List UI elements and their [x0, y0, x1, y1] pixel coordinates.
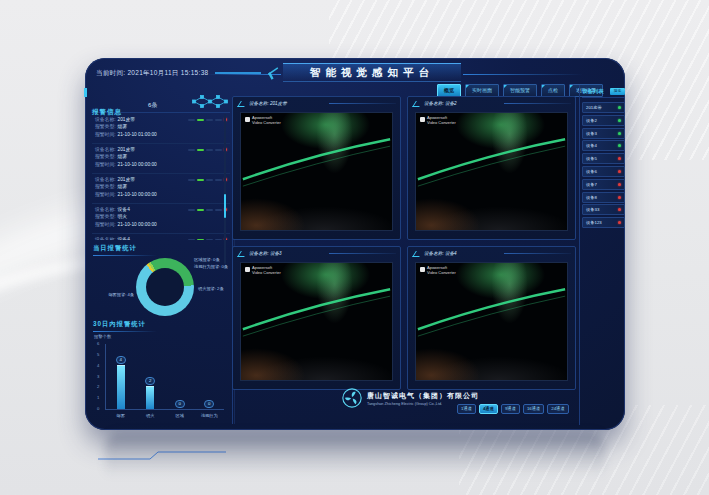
alarm-level-indicator: [188, 238, 227, 240]
device-list-item-设备33[interactable]: 设备33: [582, 204, 625, 215]
watermark-line2: Video Converter: [427, 121, 456, 126]
video-panel-设备2[interactable]: 设备名称: 设备2 Apowersoft Video Converter: [407, 96, 576, 240]
alarm-field-value: 设备4: [118, 207, 130, 212]
alarm-field-value: 21-10-10 00:00:00: [118, 162, 157, 167]
device-list-item-设备6[interactable]: 设备6: [582, 166, 625, 177]
channel-button-1通道[interactable]: 1通道: [457, 404, 476, 414]
video-panel-title: 设备名称: 设备2: [408, 97, 575, 110]
alarm-item[interactable]: 设备名称:设备4报警类型:明火报警时间:21-10-10 00:00:00: [92, 234, 230, 240]
alarm-item[interactable]: 设备名称:201皮带报警类型:烟雾报警时间:21-10-10 00:00:00: [92, 174, 230, 204]
level-segment: [197, 239, 204, 241]
channel-button-16通道[interactable]: 16通道: [523, 404, 544, 414]
device-list-header: 设备列表 搜索: [582, 85, 625, 98]
level-segment: [188, 149, 195, 151]
video-panel-201皮带[interactable]: 设备名称: 201皮带 Apowersoft Video Converter: [232, 96, 401, 240]
level-segment: [197, 179, 204, 181]
bar-category-label: 明火: [146, 413, 154, 418]
company-logo-icon: [341, 387, 363, 409]
device-list-item-设备8[interactable]: 设备8: [582, 192, 625, 203]
level-segment: [206, 119, 213, 121]
device-list-item-201皮带[interactable]: 201皮带: [582, 102, 625, 113]
alarm-level-indicator: [188, 118, 227, 121]
bar-value-bubble: 2: [145, 377, 155, 385]
header-line-accent: [215, 72, 261, 74]
device-status-dot: [618, 221, 621, 224]
device-status-dot: [618, 106, 621, 109]
watermark-line2: Video Converter: [252, 271, 281, 276]
alarm-type-line: 报警类型:烟雾: [95, 183, 228, 190]
alarm-type-line: 报警类型:烟雾: [95, 153, 228, 160]
video-panel-设备4[interactable]: 设备名称: 设备4 Apowersoft Video Converter: [407, 246, 576, 390]
device-list-title: 设备列表: [582, 88, 604, 95]
alarm-item[interactable]: 设备名称:设备4报警类型:明火报警时间:21-10-10 00:00:00: [92, 204, 230, 234]
alarm-field-value: 烟雾: [118, 124, 128, 129]
alarm-field-label: 设备名称:: [95, 117, 116, 122]
watermark-icon: [420, 267, 425, 272]
level-segment: [188, 239, 195, 241]
today-stats-title: 当日报警统计: [93, 244, 157, 256]
device-status-dot: [618, 119, 621, 122]
device-name: 设备4: [586, 143, 597, 148]
bar-chart-area: 0123456 4烟雾2明火0区域0违规行为: [105, 344, 224, 410]
alarm-item[interactable]: 设备名称:201皮带报警类型:烟雾报警时间:21-10-10 01:00:00: [92, 114, 230, 144]
level-segment: [188, 119, 195, 121]
bar-category-label: 违规行为: [201, 413, 218, 418]
level-segment: [215, 149, 222, 151]
level-segment: [188, 209, 195, 211]
device-name: 设备123: [586, 220, 602, 225]
belt-edge-lines: [241, 263, 392, 380]
watermark-icon: [420, 117, 425, 122]
level-segment: [215, 119, 222, 121]
device-status-dot: [618, 183, 621, 186]
level-segment: [206, 149, 213, 151]
alarm-field-label: 报警时间:: [95, 192, 116, 197]
alarm-field-label: 报警时间:: [95, 162, 116, 167]
device-list-item-设备2[interactable]: 设备2: [582, 115, 625, 126]
donut-callout-violation: 违规行为报警: 0条: [194, 264, 228, 269]
device-list-item-设备7[interactable]: 设备7: [582, 179, 625, 190]
alarm-level-indicator: [188, 148, 227, 151]
device-list-item-设备4[interactable]: 设备4: [582, 140, 625, 151]
alarm-time-line: 报警时间:21-10-10 00:00:00: [95, 221, 228, 228]
device-list-item-设备123[interactable]: 设备123: [582, 217, 625, 228]
belt-edge-lines: [241, 113, 392, 230]
alarm-field-label: 报警类型:: [95, 124, 116, 129]
level-segment: [197, 209, 204, 211]
level-segment: [206, 239, 213, 241]
video-screen: Apowersoft Video Converter: [415, 112, 568, 231]
video-panel-title: 设备名称: 设备3: [233, 247, 400, 260]
alarm-field-value: 201皮带: [118, 147, 136, 152]
alarm-field-label: 设备名称:: [95, 207, 116, 212]
alarm-time-line: 报警时间:21-10-10 00:00:00: [95, 191, 228, 198]
channel-button-24通道[interactable]: 24通道: [547, 404, 568, 414]
scrollbar-thumb[interactable]: [224, 194, 226, 218]
alarm-list-scrollbar: [224, 114, 226, 264]
alarm-field-label: 报警时间:: [95, 132, 116, 137]
channel-button-4通道[interactable]: 4通道: [479, 404, 498, 414]
current-time: 当前时间: 2021年10月11日 15:15:38: [96, 69, 208, 78]
video-frame: [241, 113, 392, 230]
bar-value-bubble: 0: [204, 400, 214, 408]
belt-edge-lines: [416, 263, 567, 380]
dashboard-panel: 当前时间: 2021年10月11日 15:15:38 智能视觉感知平台 概览实时…: [85, 58, 625, 430]
y-axis-label: 报警个数: [94, 334, 111, 339]
watermark-line2: Video Converter: [427, 271, 456, 276]
alarm-time-line: 报警时间:21-10-10 01:00:00: [95, 131, 228, 138]
level-segment: [206, 209, 213, 211]
alarm-list: 设备名称:201皮带报警类型:烟雾报警时间:21-10-10 01:00:00设…: [92, 114, 230, 240]
alarm-field-label: 设备名称:: [95, 177, 116, 182]
bar-rect: [146, 386, 154, 409]
alarm-item[interactable]: 设备名称:201皮带报警类型:烟雾报警时间:21-10-10 00:00:00: [92, 144, 230, 174]
company-name-cn: 唐山智诚电气（集团）有限公司: [367, 391, 479, 401]
device-search-button[interactable]: 搜索: [610, 88, 625, 95]
video-panel-设备3[interactable]: 设备名称: 设备3 Apowersoft Video Converter: [232, 246, 401, 390]
alarm-level-indicator: [188, 208, 227, 211]
alarm-field-value: 烟雾: [118, 154, 128, 159]
dashboard-reflection: [105, 433, 605, 485]
device-list-item-设备5[interactable]: 设备5: [582, 153, 625, 164]
device-list-item-设备3[interactable]: 设备3: [582, 128, 625, 139]
bar-value-bubble: 0: [175, 400, 185, 408]
alarm-field-label: 报警时间:: [95, 222, 116, 227]
channel-button-9通道[interactable]: 9通道: [501, 404, 520, 414]
alarm-type-line: 报警类型:烟雾: [95, 123, 228, 130]
